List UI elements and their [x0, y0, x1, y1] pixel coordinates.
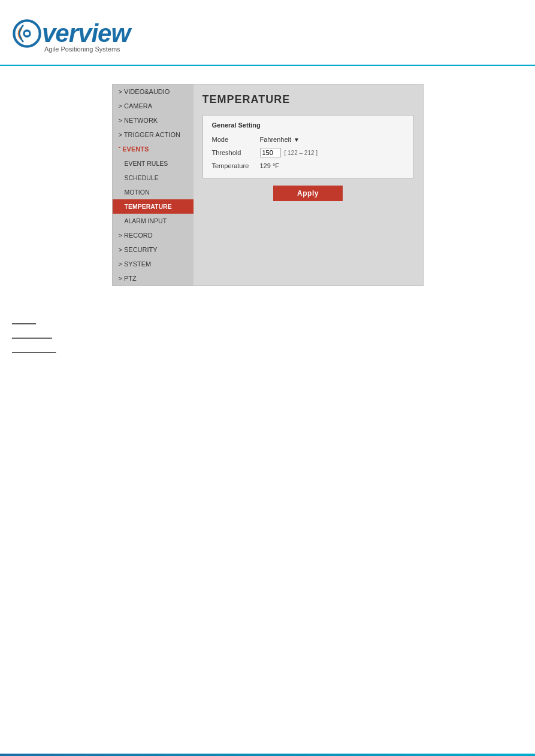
- temperature-label: Temperature: [212, 162, 260, 169]
- sidebar-item-video-audio[interactable]: > VIDEO&AUDIO: [113, 84, 194, 99]
- logo-tagline: Agile Positioning Systems: [44, 45, 120, 53]
- settings-box: General Setting Mode Fahrenheit ▼ Thresh…: [202, 115, 414, 178]
- footer-line: [0, 754, 535, 756]
- logo-text: verview: [12, 19, 130, 48]
- content-panel: TEMPERATURE General Setting Mode Fahrenh…: [194, 84, 423, 286]
- sidebar-item-camera[interactable]: > CAMERA: [113, 99, 194, 113]
- sidebar-item-schedule[interactable]: SCHEDULE: [113, 171, 194, 185]
- apply-button[interactable]: Apply: [273, 186, 343, 201]
- bottom-links: ______ __________ ___________: [0, 304, 535, 371]
- header: verview Agile Positioning Systems: [0, 0, 535, 66]
- sidebar-item-ptz[interactable]: > PTZ: [113, 271, 194, 286]
- temperature-value: 129 °F: [260, 162, 280, 169]
- sidebar: > VIDEO&AUDIO > CAMERA > NETWORK > TRIGG…: [113, 84, 194, 286]
- sidebar-item-temperature[interactable]: TEMPERATURE: [113, 199, 194, 214]
- sidebar-item-motion[interactable]: MOTION: [113, 185, 194, 199]
- bottom-link-3[interactable]: ___________: [12, 345, 523, 353]
- main-content: > VIDEO&AUDIO > CAMERA > NETWORK > TRIGG…: [0, 66, 535, 304]
- settings-row-temperature: Temperature 129 °F: [212, 160, 404, 172]
- sidebar-item-trigger-action[interactable]: > TRIGGER ACTION: [113, 127, 194, 142]
- logo-icon: [12, 19, 42, 48]
- apply-btn-container: Apply: [202, 186, 414, 201]
- settings-row-mode: Mode Fahrenheit ▼: [212, 133, 404, 145]
- mode-value[interactable]: Fahrenheit ▼: [260, 136, 300, 143]
- threshold-input[interactable]: [260, 148, 281, 157]
- sidebar-item-record[interactable]: > RECORD: [113, 228, 194, 242]
- sidebar-item-security[interactable]: > SECURITY: [113, 242, 194, 257]
- bottom-link-2[interactable]: __________: [12, 330, 523, 339]
- svg-point-2: [25, 31, 29, 35]
- page-title: TEMPERATURE: [202, 93, 414, 106]
- mode-dropdown-arrow: ▼: [294, 136, 300, 143]
- sidebar-item-event-rules[interactable]: EVENT RULES: [113, 156, 194, 171]
- bottom-link-1[interactable]: ______: [12, 316, 523, 324]
- sidebar-item-network[interactable]: > NETWORK: [113, 113, 194, 127]
- logo-brand: verview: [42, 19, 130, 48]
- threshold-value-container: [ 122 – 212 ]: [260, 148, 318, 157]
- mode-label: Mode: [212, 136, 260, 143]
- ui-panel: > VIDEO&AUDIO > CAMERA > NETWORK > TRIGG…: [112, 84, 424, 286]
- settings-row-threshold: Threshold [ 122 – 212 ]: [212, 145, 404, 160]
- mode-dropdown-text: Fahrenheit: [260, 136, 292, 143]
- sidebar-item-alarm-input[interactable]: ALARM INPUT: [113, 214, 194, 228]
- sidebar-item-events[interactable]: ˇ EVENTS: [113, 142, 194, 156]
- threshold-label: Threshold: [212, 149, 260, 156]
- threshold-range: [ 122 – 212 ]: [285, 150, 318, 156]
- sidebar-item-system[interactable]: > SYSTEM: [113, 257, 194, 271]
- settings-section-title: General Setting: [212, 122, 404, 129]
- logo-container: verview Agile Positioning Systems: [12, 19, 130, 53]
